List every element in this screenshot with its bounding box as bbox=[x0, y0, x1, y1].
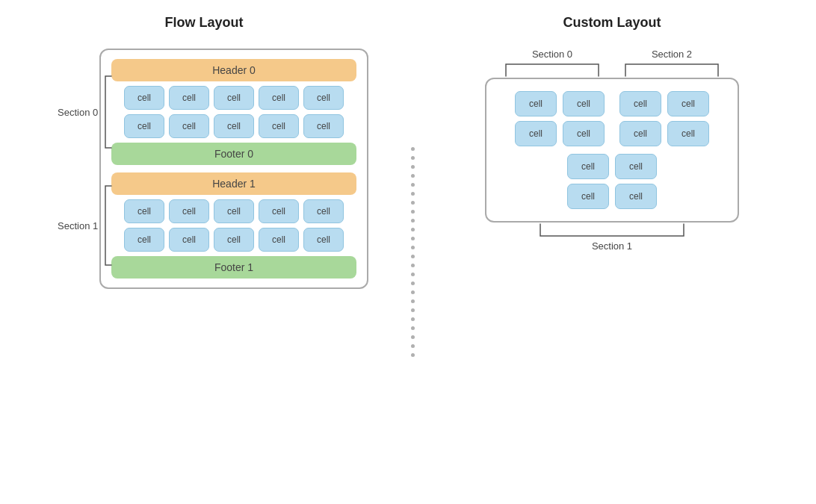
flow-layout-title: Flow Layout bbox=[165, 15, 244, 31]
custom-cells-2-1: cell cell bbox=[619, 121, 709, 146]
cell: cell bbox=[124, 199, 164, 223]
footer-1: Footer 1 bbox=[111, 256, 356, 279]
header-0: Header 0 bbox=[111, 59, 356, 81]
divider bbox=[408, 0, 417, 504]
cell: cell bbox=[567, 184, 609, 209]
cell: cell bbox=[303, 86, 344, 110]
section-2-label-block: Section 2 bbox=[622, 49, 721, 78]
custom-cells-1-1: cell cell bbox=[567, 184, 657, 209]
cell: cell bbox=[124, 228, 164, 252]
custom-section-2: cell cell cell cell bbox=[619, 91, 709, 146]
cells-row-1-0: cell cell cell cell cell bbox=[111, 199, 356, 223]
cell: cell bbox=[214, 114, 254, 138]
custom-section-0: cell cell cell cell bbox=[515, 91, 605, 146]
cell: cell bbox=[563, 121, 605, 146]
custom-layout-container: cell cell cell cell cell cell cell bbox=[485, 78, 739, 223]
custom-top-labels: Section 0 Section 2 bbox=[485, 49, 739, 78]
cell: cell bbox=[563, 91, 605, 116]
section-1-bottom-label-block: Section 1 bbox=[485, 223, 739, 252]
cell: cell bbox=[214, 228, 254, 252]
custom-cells-1-0: cell cell bbox=[567, 154, 657, 179]
custom-top-sections: cell cell cell cell cell cell cell bbox=[498, 91, 726, 146]
cell: cell bbox=[515, 121, 557, 146]
custom-section-1-cells: cell cell cell cell bbox=[498, 154, 726, 209]
cell: cell bbox=[169, 114, 209, 138]
custom-cells-2-0: cell cell bbox=[619, 91, 709, 116]
custom-cells-0-1: cell cell bbox=[515, 121, 605, 146]
cell: cell bbox=[124, 114, 164, 138]
cell: cell bbox=[615, 154, 657, 179]
custom-layout-title: Custom Layout bbox=[563, 15, 661, 31]
cell: cell bbox=[667, 121, 709, 146]
section-0-label-block: Section 0 bbox=[503, 49, 602, 78]
cell: cell bbox=[619, 91, 661, 116]
cell: cell bbox=[303, 199, 344, 223]
flow-section-1: Section 1 Header 1 cell cell cell cell c… bbox=[111, 172, 356, 279]
custom-section-1-label: Section 1 bbox=[592, 240, 632, 252]
cell: cell bbox=[303, 228, 344, 252]
custom-cells-0-0: cell cell bbox=[515, 91, 605, 116]
flow-layout-container: Section 0 Header 0 cell cell cell cell c… bbox=[99, 49, 368, 289]
header-1: Header 1 bbox=[111, 172, 356, 195]
footer-0: Footer 0 bbox=[111, 143, 356, 165]
section-0-top-bracket bbox=[503, 61, 602, 78]
cell: cell bbox=[667, 91, 709, 116]
section-0-label: Section 0 bbox=[58, 107, 98, 118]
cells-row-1-1: cell cell cell cell cell bbox=[111, 228, 356, 252]
section-0-bracket: Section 0 bbox=[58, 59, 113, 165]
cell: cell bbox=[259, 228, 299, 252]
custom-layout-panel: Custom Layout Section 0 Section 2 bbox=[408, 0, 816, 504]
cell: cell bbox=[124, 86, 164, 110]
cell: cell bbox=[259, 199, 299, 223]
section-1-bottom-bracket bbox=[537, 223, 687, 239]
cell: cell bbox=[567, 154, 609, 179]
cell: cell bbox=[615, 184, 657, 209]
section-2-top-bracket bbox=[622, 61, 721, 78]
cell: cell bbox=[303, 114, 344, 138]
cell: cell bbox=[515, 91, 557, 116]
cell: cell bbox=[169, 86, 209, 110]
custom-section-2-label: Section 2 bbox=[652, 49, 692, 60]
cell: cell bbox=[169, 199, 209, 223]
cell: cell bbox=[259, 86, 299, 110]
flow-layout-panel: Flow Layout Section 0 Header 0 cell c bbox=[0, 0, 408, 504]
cell: cell bbox=[619, 121, 661, 146]
cell: cell bbox=[214, 86, 254, 110]
section-1-label: Section 1 bbox=[58, 220, 98, 231]
custom-section-0-label: Section 0 bbox=[532, 49, 572, 60]
flow-section-0: Section 0 Header 0 cell cell cell cell c… bbox=[111, 59, 356, 165]
cells-row-0-1: cell cell cell cell cell bbox=[111, 114, 356, 138]
cell: cell bbox=[259, 114, 299, 138]
section-0-bracket-svg bbox=[102, 75, 113, 149]
section-1-bracket: Section 1 bbox=[58, 172, 113, 279]
cell: cell bbox=[214, 199, 254, 223]
cells-row-0-0: cell cell cell cell cell bbox=[111, 86, 356, 110]
section-1-bracket-svg bbox=[102, 184, 113, 267]
cell: cell bbox=[169, 228, 209, 252]
